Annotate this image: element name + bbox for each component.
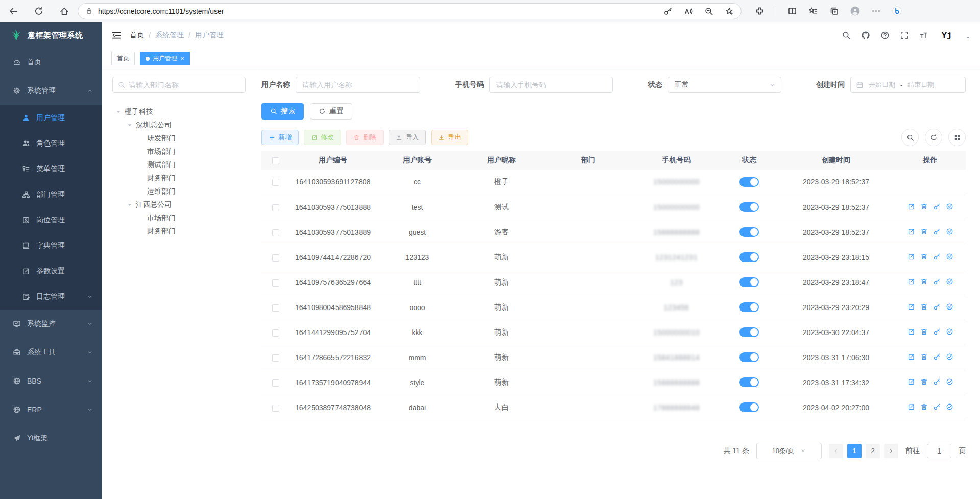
- sidebar-item[interactable]: 系统工具: [0, 338, 102, 367]
- trash-icon[interactable]: [920, 253, 928, 260]
- sidebar-item[interactable]: 字典管理: [0, 233, 102, 258]
- select-all-checkbox[interactable]: [272, 157, 279, 164]
- check-circle-icon[interactable]: [946, 403, 953, 411]
- row-checkbox[interactable]: [272, 405, 279, 412]
- breadcrumb-item[interactable]: 系统管理: [155, 31, 184, 40]
- sidebar-item[interactable]: BBS: [0, 367, 102, 395]
- fullscreen-icon[interactable]: [900, 31, 909, 40]
- next-page-button[interactable]: [884, 444, 898, 458]
- row-checkbox[interactable]: [272, 279, 279, 287]
- status-toggle[interactable]: [739, 402, 759, 412]
- profile-avatar[interactable]: [850, 6, 860, 16]
- key-icon[interactable]: [933, 228, 941, 235]
- status-select[interactable]: 正常: [668, 77, 781, 93]
- tab-item[interactable]: 首页: [111, 52, 135, 65]
- question-icon[interactable]: [880, 31, 890, 40]
- edit-square-icon[interactable]: [907, 403, 915, 411]
- back-icon[interactable]: [8, 6, 18, 16]
- row-checkbox[interactable]: [272, 304, 279, 312]
- refresh-icon[interactable]: [34, 6, 44, 16]
- check-circle-icon[interactable]: [946, 228, 953, 235]
- font-size-icon[interactable]: [919, 31, 928, 40]
- sidebar-item[interactable]: 日志管理: [0, 284, 102, 310]
- date-range-picker[interactable]: 开始日期 - 结束日期: [850, 77, 966, 93]
- tree-node[interactable]: 财务部门: [112, 225, 246, 238]
- key-icon[interactable]: [933, 203, 941, 210]
- close-icon[interactable]: ×: [180, 55, 184, 62]
- tree-node[interactable]: 测试部门: [112, 158, 246, 172]
- trash-icon[interactable]: [920, 278, 928, 286]
- trash-icon[interactable]: [920, 228, 928, 235]
- caret-down-icon[interactable]: [127, 122, 133, 128]
- edit-square-icon[interactable]: [907, 278, 915, 286]
- tree-node[interactable]: 市场部门: [112, 145, 246, 158]
- trash-icon[interactable]: [920, 203, 928, 210]
- edit-square-icon[interactable]: [907, 253, 915, 260]
- trash-icon[interactable]: [920, 328, 928, 336]
- sidebar-item[interactable]: 系统监控: [0, 310, 102, 338]
- copilot-icon[interactable]: [892, 6, 902, 16]
- url-bar[interactable]: https://ccnetcore.com:1101/system/user: [78, 3, 742, 19]
- sidebar-item[interactable]: 菜单管理: [0, 156, 102, 182]
- favorites-icon[interactable]: [808, 6, 818, 16]
- row-checkbox[interactable]: [272, 179, 279, 186]
- sidebar-item[interactable]: 参数设置: [0, 258, 102, 284]
- page-size-select[interactable]: 10条/页: [756, 443, 822, 459]
- key-icon[interactable]: [663, 7, 673, 16]
- row-checkbox[interactable]: [272, 354, 279, 362]
- username-input[interactable]: [296, 77, 420, 93]
- check-circle-icon[interactable]: [946, 303, 953, 311]
- read-aloud-icon[interactable]: [684, 7, 693, 16]
- split-screen-icon[interactable]: [787, 6, 797, 16]
- tree-node[interactable]: 研发部门: [112, 132, 246, 145]
- edit-square-icon[interactable]: [907, 303, 915, 311]
- tree-node[interactable]: 市场部门: [112, 211, 246, 225]
- edit-square-icon[interactable]: [907, 203, 915, 210]
- edit-button[interactable]: 修改: [304, 130, 341, 145]
- add-button[interactable]: 新增: [261, 130, 299, 145]
- home-icon[interactable]: [59, 6, 69, 16]
- status-toggle[interactable]: [739, 177, 759, 187]
- row-checkbox[interactable]: [272, 229, 279, 236]
- key-icon[interactable]: [933, 253, 941, 260]
- key-icon[interactable]: [933, 328, 941, 336]
- check-circle-icon[interactable]: [946, 278, 953, 286]
- key-icon[interactable]: [933, 353, 941, 361]
- trash-icon[interactable]: [920, 378, 928, 386]
- page-number-button[interactable]: 1: [847, 444, 862, 458]
- status-toggle[interactable]: [739, 202, 759, 212]
- sidebar-item[interactable]: 角色管理: [0, 131, 102, 156]
- user-avatar[interactable]: Yj: [939, 27, 955, 43]
- goto-page-input[interactable]: [927, 444, 951, 458]
- phone-input[interactable]: [489, 77, 613, 93]
- key-icon[interactable]: [933, 303, 941, 311]
- prev-page-button[interactable]: [829, 444, 843, 458]
- breadcrumb-item[interactable]: 首页: [130, 31, 144, 40]
- refresh-icon[interactable]: [925, 129, 942, 146]
- more-icon[interactable]: [871, 6, 881, 16]
- add-favorite-icon[interactable]: [725, 7, 734, 16]
- status-toggle[interactable]: [739, 327, 759, 337]
- check-circle-icon[interactable]: [946, 378, 953, 386]
- zoom-out-icon[interactable]: [704, 7, 713, 16]
- github-icon[interactable]: [861, 31, 870, 40]
- check-circle-icon[interactable]: [946, 203, 953, 210]
- row-checkbox[interactable]: [272, 204, 279, 211]
- check-circle-icon[interactable]: [946, 328, 953, 336]
- sidebar-item[interactable]: 岗位管理: [0, 207, 102, 233]
- key-icon[interactable]: [933, 278, 941, 286]
- extensions-icon[interactable]: [755, 6, 764, 16]
- collapse-sidebar-icon[interactable]: [111, 30, 122, 40]
- tree-node[interactable]: 运维部门: [112, 185, 246, 198]
- collections-icon[interactable]: [829, 6, 839, 16]
- edit-square-icon[interactable]: [907, 228, 915, 235]
- department-search-input[interactable]: [129, 81, 240, 89]
- key-icon[interactable]: [933, 378, 941, 386]
- status-toggle[interactable]: [739, 302, 759, 312]
- key-icon[interactable]: [933, 403, 941, 411]
- delete-button[interactable]: 删除: [346, 130, 384, 145]
- search-button[interactable]: 搜索: [261, 103, 304, 120]
- caret-down-icon[interactable]: [115, 109, 122, 115]
- sidebar-item[interactable]: 首页: [0, 48, 102, 77]
- sidebar-item[interactable]: Yi框架: [0, 424, 102, 453]
